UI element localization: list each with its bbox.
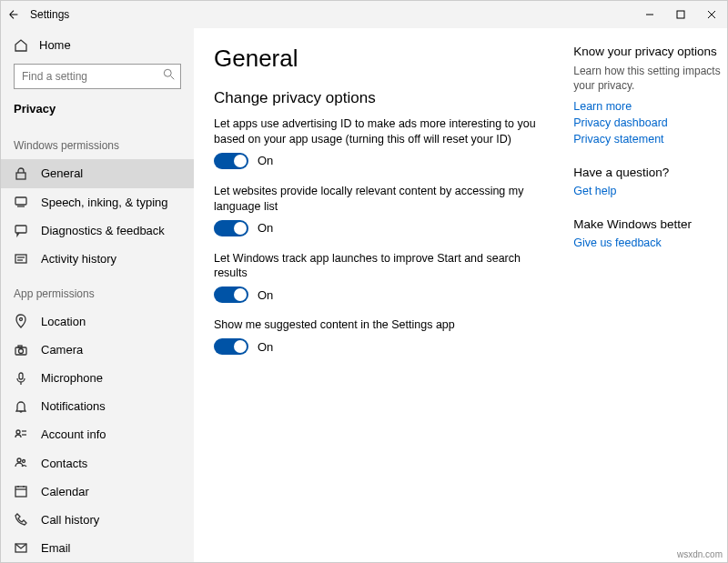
window-title: Settings (26, 8, 634, 21)
aside-privacy-title: Know your privacy options (573, 45, 727, 58)
activity-icon (14, 251, 28, 266)
nav-label: General (41, 166, 83, 180)
setting-advertising-id: Let apps use advertising ID to make ads … (214, 116, 557, 169)
toggle-advertising-id[interactable] (214, 153, 248, 169)
home-label: Home (39, 38, 71, 52)
setting-suggested-content: Show me suggested content in the Setting… (214, 317, 557, 355)
aside-question-title: Have a question? (573, 166, 727, 179)
nav-label: Speech, inking, & typing (41, 196, 167, 209)
nav-email[interactable]: Email (1, 534, 194, 562)
link-privacy-statement[interactable]: Privacy statement (573, 133, 727, 146)
home-icon (14, 38, 28, 53)
aside: Know your privacy options Learn how this… (573, 45, 727, 562)
svg-point-2 (164, 70, 171, 77)
svg-point-13 (19, 348, 24, 353)
setting-desc: Let apps use advertising ID to make ads … (214, 116, 551, 147)
svg-rect-15 (19, 373, 23, 379)
svg-point-20 (23, 460, 25, 463)
maximize-button[interactable] (665, 1, 696, 28)
nav-contacts[interactable]: Contacts (1, 449, 194, 478)
phone-icon (14, 512, 28, 527)
lock-icon (14, 166, 28, 181)
nav-diagnostics[interactable]: Diagnostics & feedback (1, 216, 194, 245)
search-icon (163, 68, 176, 84)
email-icon (14, 540, 28, 555)
home-nav[interactable]: Home (1, 32, 194, 58)
nav-label: Diagnostics & feedback (41, 224, 165, 237)
calendar-icon (14, 484, 28, 498)
microphone-icon (14, 371, 28, 386)
setting-desc: Let Windows track app launches to improv… (214, 251, 551, 282)
nav-speech[interactable]: Speech, inking, & typing (1, 188, 194, 216)
svg-point-19 (17, 458, 21, 462)
toggle-track-launches[interactable] (214, 287, 248, 303)
nav-label: Calendar (41, 485, 89, 498)
aside-feedback-title: Make Windows better (573, 217, 727, 231)
speech-icon (14, 195, 28, 209)
toggle-suggested-content[interactable] (214, 338, 248, 355)
link-give-feedback[interactable]: Give us feedback (573, 236, 727, 249)
link-learn-more[interactable]: Learn more (573, 100, 727, 113)
nav-label: Notifications (41, 399, 106, 413)
nav-label: Camera (41, 343, 83, 357)
close-button[interactable] (696, 1, 727, 28)
main-content: General Change privacy options Let apps … (214, 45, 557, 562)
location-icon (14, 314, 28, 328)
link-get-help[interactable]: Get help (573, 185, 727, 197)
setting-track-launches: Let Windows track app launches to improv… (214, 251, 557, 304)
svg-rect-14 (18, 346, 22, 347)
nav-label: Activity history (41, 252, 116, 266)
account-icon (14, 427, 28, 442)
toggle-language-list[interactable] (214, 220, 248, 236)
toggle-state: On (258, 221, 273, 235)
toggle-state: On (258, 288, 273, 302)
setting-desc: Show me suggested content in the Setting… (214, 317, 551, 333)
search-input[interactable] (14, 64, 181, 89)
watermark: wsxdn.com (677, 549, 723, 559)
nav-label: Call history (41, 513, 99, 527)
nav-location[interactable]: Location (1, 307, 194, 336)
nav-notifications[interactable]: Notifications (1, 392, 194, 420)
setting-language-list: Let websites provide locally relevant co… (214, 184, 557, 236)
nav-callhistory[interactable]: Call history (1, 506, 194, 534)
titlebar: Settings (1, 1, 727, 28)
toggle-state: On (258, 154, 273, 167)
nav-label: Email (41, 541, 71, 555)
feedback-icon (14, 223, 28, 237)
sidebar: Home Privacy Windows permissions General… (1, 28, 194, 562)
nav-label: Microphone (41, 371, 103, 385)
page-heading: General (214, 45, 557, 73)
link-privacy-dashboard[interactable]: Privacy dashboard (573, 116, 727, 129)
svg-line-3 (171, 76, 175, 80)
group-windows-permissions: Windows permissions (1, 125, 194, 159)
toggle-state: On (258, 340, 273, 354)
svg-rect-7 (15, 226, 26, 233)
minimize-button[interactable] (634, 1, 665, 28)
nav-label: Location (41, 315, 86, 328)
svg-rect-21 (15, 487, 26, 497)
nav-general[interactable]: General (1, 159, 194, 187)
nav-label: Account info (41, 427, 106, 441)
svg-rect-1 (677, 11, 684, 18)
nav-microphone[interactable]: Microphone (1, 364, 194, 392)
category-label: Privacy (1, 98, 194, 125)
back-button[interactable] (1, 1, 26, 28)
nav-account[interactable]: Account info (1, 420, 194, 448)
camera-icon (14, 343, 28, 357)
page-subheading: Change privacy options (214, 89, 557, 107)
setting-desc: Let websites provide locally relevant co… (214, 184, 551, 215)
svg-rect-5 (15, 197, 26, 205)
bell-icon (14, 399, 28, 414)
nav-camera[interactable]: Camera (1, 336, 194, 364)
svg-rect-8 (15, 255, 26, 263)
aside-privacy-sub: Learn how this setting impacts your priv… (573, 64, 727, 93)
nav-calendar[interactable]: Calendar (1, 478, 194, 506)
contacts-icon (14, 456, 28, 470)
svg-point-16 (16, 430, 20, 434)
group-app-permissions: App permissions (1, 273, 194, 307)
nav-activity[interactable]: Activity history (1, 245, 194, 273)
svg-point-11 (20, 318, 23, 321)
svg-rect-4 (16, 173, 25, 179)
nav-label: Contacts (41, 457, 87, 470)
